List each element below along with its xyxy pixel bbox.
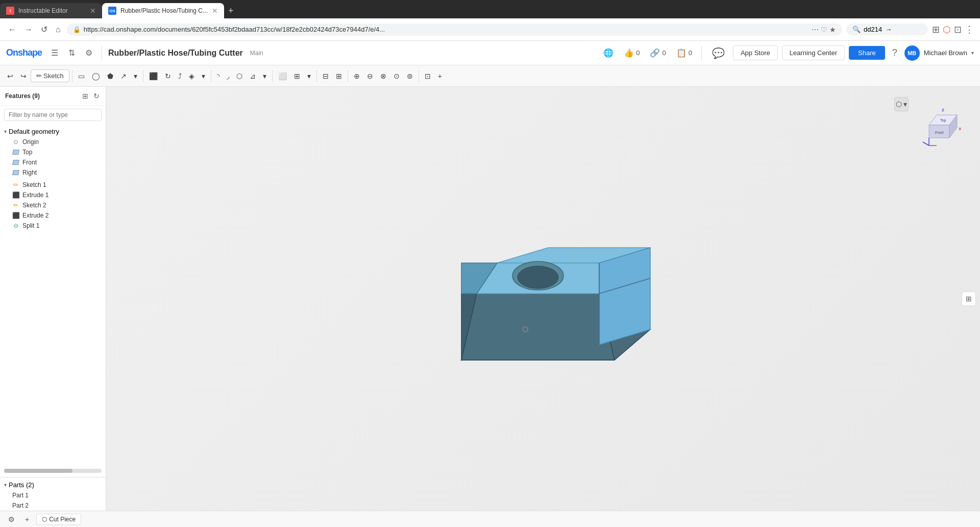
tool-draft[interactable]: ⊿ — [247, 70, 259, 82]
tool-dropdown4[interactable]: ▾ — [304, 70, 314, 82]
tree-item-extrude2[interactable]: ⬛ Extrude 2 — [0, 210, 106, 221]
tree-item-sketch1[interactable]: ✏ Sketch 1 — [0, 180, 106, 190]
tool-polygon[interactable]: ⬟ — [104, 70, 116, 82]
tab-close-instructable[interactable]: ✕ — [90, 7, 96, 15]
active-tab-label[interactable]: ⬡ Cut Piece — [36, 514, 81, 525]
star-icon[interactable]: ⋯ — [812, 26, 819, 34]
account-icon[interactable]: ⊡ — [954, 24, 962, 35]
home-button[interactable]: ⌂ — [54, 24, 63, 35]
url-icons: ⋯ ♡ ★ — [812, 26, 836, 34]
tool-loft[interactable]: ◈ — [186, 70, 198, 82]
tool-split[interactable]: ⊖ — [364, 70, 376, 82]
tool-pattern[interactable]: ⊞ — [333, 70, 345, 82]
undo-button[interactable]: ↩ — [4, 70, 16, 82]
tree-item-sketch2[interactable]: ✏ Sketch 2 — [0, 200, 106, 210]
user-dropdown-arrow[interactable]: ▾ — [971, 50, 974, 56]
tab-bar: I Instructable Editor ✕ OS Rubber/Plasti… — [0, 0, 980, 18]
tool-transform[interactable]: ⊞ — [291, 70, 303, 82]
sketch-button[interactable]: ✏ Sketch — [31, 69, 69, 82]
tool-boolean[interactable]: ⊕ — [351, 70, 363, 82]
tool-arrow[interactable]: ↗ — [117, 70, 130, 82]
tool-measure[interactable]: ⊡ — [422, 70, 434, 82]
tool-dropdown3[interactable]: ▾ — [260, 70, 270, 82]
back-button[interactable]: ← — [6, 24, 18, 35]
tab-close-onshape[interactable]: ✕ — [212, 7, 218, 15]
learning-center-button[interactable]: Learning Center — [782, 45, 845, 60]
filter-input[interactable] — [4, 109, 102, 121]
tool-replace-face[interactable]: ⊙ — [390, 70, 403, 82]
parts-header[interactable]: ▾ Parts (2) — [0, 480, 106, 490]
parts-item-1[interactable]: Part 1 — [0, 490, 106, 500]
settings-bottom-button[interactable]: ⚙ — [5, 514, 18, 525]
search-text: dd214 — [864, 26, 882, 33]
user-name[interactable]: Michael Brown — [924, 49, 967, 57]
hamburger-menu-button[interactable]: ☰ — [48, 46, 61, 60]
tree-item-top[interactable]: Top — [0, 147, 106, 157]
panel-expand-button[interactable]: ⊞ — [81, 91, 89, 101]
globe-icon-button[interactable]: 🌐 — [600, 46, 617, 60]
redo-button[interactable]: ↪ — [17, 70, 30, 82]
tab-instructable[interactable]: I Instructable Editor ✕ — [0, 3, 102, 18]
tree-item-origin[interactable]: ⊙ Origin — [0, 137, 106, 147]
tool-mirror[interactable]: ⊟ — [320, 70, 332, 82]
chat-button[interactable]: 💬 — [708, 45, 729, 61]
extension-icon[interactable]: ⬡ — [943, 24, 951, 35]
new-tab-button[interactable]: + — [224, 6, 238, 16]
url-bar[interactable]: 🔒 https://cad.onshape.com/documents/620f… — [67, 23, 842, 36]
tool-dropdown1[interactable]: ▾ — [131, 70, 140, 82]
add-tab-button[interactable]: + — [22, 514, 32, 525]
onshape-logo[interactable]: Onshape — [6, 47, 42, 58]
sketch-pencil-icon: ✏ — [36, 72, 42, 80]
tool-more[interactable]: + — [435, 70, 445, 82]
menu-icon[interactable]: ⋮ — [965, 24, 974, 35]
links-button[interactable]: 🔗 0 — [647, 46, 669, 60]
tool-rect[interactable]: ▭ — [75, 70, 88, 82]
tool-delete-face[interactable]: ⊗ — [377, 70, 389, 82]
tool-extrude[interactable]: ⬛ — [146, 70, 161, 82]
search-bar[interactable]: 🔍 dd214 → — [846, 23, 928, 35]
tool-shell[interactable]: ⬡ — [233, 70, 246, 82]
panel-refresh-button[interactable]: ↻ — [92, 91, 101, 101]
horizontal-scrollbar[interactable] — [4, 469, 102, 473]
tool-dropdown2[interactable]: ▾ — [199, 70, 208, 82]
copies-button[interactable]: 📋 0 — [673, 46, 695, 60]
settings-icon-button[interactable]: ⚙ — [82, 46, 95, 60]
app-store-button[interactable]: App Store — [733, 45, 778, 60]
tree-item-extrude1[interactable]: ⬛ Extrude 1 — [0, 190, 106, 200]
share-button[interactable]: Share — [849, 46, 885, 60]
default-geometry-header[interactable]: ▾ Default geometry — [0, 126, 106, 137]
svg-text:Z: Z — [942, 108, 944, 112]
help-button[interactable]: ? — [889, 45, 900, 60]
sort-icon-button[interactable]: ⇅ — [65, 46, 78, 60]
plane-right-icon — [12, 169, 19, 176]
likes-button[interactable]: 👍 0 — [621, 46, 643, 60]
shield-icon[interactable]: ★ — [829, 26, 836, 34]
panel-title: Features (9) — [5, 92, 78, 100]
display-settings-button[interactable]: ⬡ ▾ — [894, 97, 909, 111]
tool-plane[interactable]: ⬜ — [275, 70, 290, 82]
tree-item-split1[interactable]: ⊖ Split 1 — [0, 221, 106, 231]
avatar[interactable]: MB — [904, 45, 920, 61]
tab-onshape[interactable]: OS Rubber/Plastic Hose/Tubing C... ✕ — [102, 3, 224, 18]
tool-sweep[interactable]: ⤴ — [175, 70, 185, 82]
reload-button[interactable]: ↺ — [39, 23, 50, 35]
tool-fillet[interactable]: ◝ — [214, 70, 223, 82]
library-icon[interactable]: ⊞ — [932, 24, 940, 35]
links-count: 0 — [662, 49, 666, 57]
view-cube[interactable]: Z X Front Top — [914, 97, 965, 148]
horizontal-scrollbar-thumb[interactable] — [4, 469, 72, 473]
tool-divider-1 — [72, 70, 72, 82]
tree-item-front[interactable]: Front — [0, 157, 106, 167]
url-text: https://cad.onshape.com/documents/620f5f… — [84, 26, 808, 33]
tree-item-right[interactable]: Right — [0, 167, 106, 178]
viewport[interactable]: Z X Front Top ⬡ ▾ ⊞ — [106, 87, 980, 511]
tool-chamfer[interactable]: ◞ — [224, 70, 232, 82]
right-panel-button[interactable]: ⊞ — [962, 292, 976, 306]
forward-button[interactable]: → — [22, 24, 35, 35]
parts-item-2[interactable]: Part 2 — [0, 500, 106, 511]
tool-circle[interactable]: ◯ — [89, 70, 103, 82]
tool-offset[interactable]: ⊚ — [404, 70, 416, 82]
sketch1-icon: ✏ — [12, 181, 19, 188]
tool-revolve[interactable]: ↻ — [162, 70, 174, 82]
bookmark-icon[interactable]: ♡ — [821, 26, 827, 34]
